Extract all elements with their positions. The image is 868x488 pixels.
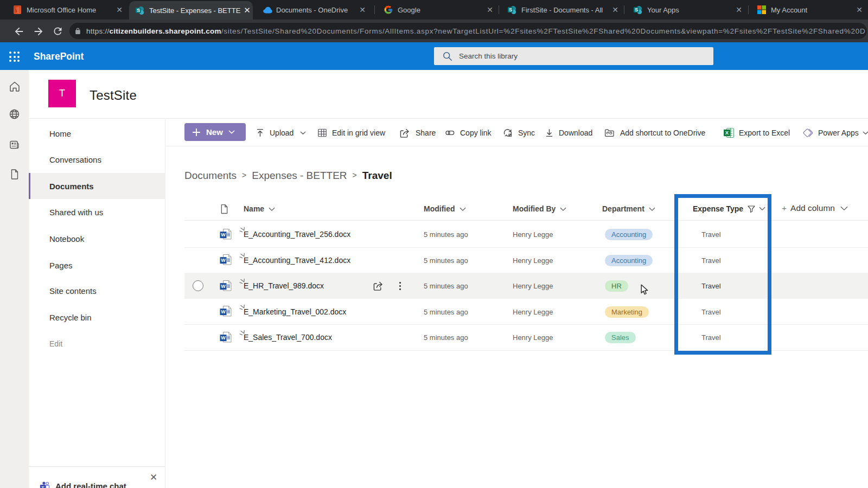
svg-text:W: W [221,284,226,289]
svg-text:S: S [509,7,512,12]
svg-text:W: W [221,258,226,263]
svg-text:S: S [137,8,140,13]
svg-text:T: T [42,485,44,488]
svg-text:W: W [221,335,226,341]
svg-text:W: W [221,232,226,237]
svg-text:X: X [725,130,729,136]
svg-text:W: W [221,309,226,314]
svg-text:S: S [635,7,638,12]
